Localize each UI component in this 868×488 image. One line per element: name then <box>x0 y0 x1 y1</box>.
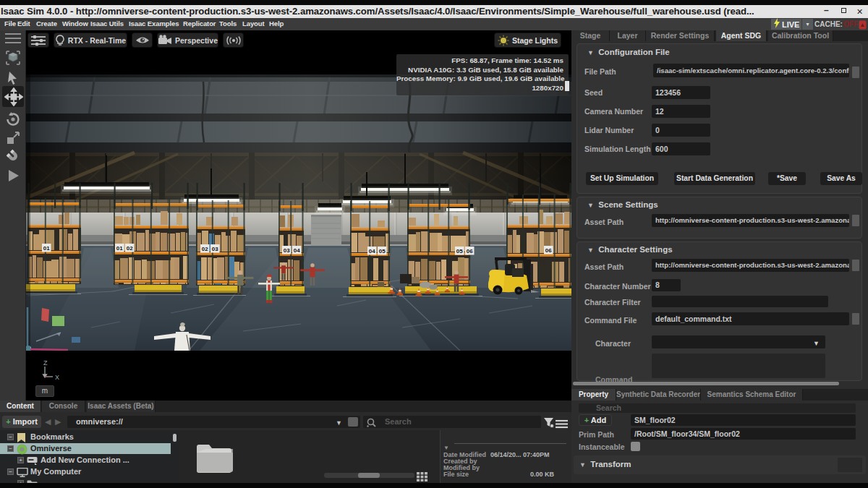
svg-text:X: X <box>55 374 59 381</box>
svg-text:01: 01 <box>116 245 123 252</box>
svg-text:02: 02 <box>202 246 208 252</box>
svg-text:04: 04 <box>369 248 375 254</box>
svg-text:03: 03 <box>284 247 290 254</box>
svg-text:01: 01 <box>43 245 50 252</box>
svg-text:06: 06 <box>467 248 473 254</box>
svg-text:Z: Z <box>43 359 48 367</box>
svg-text:05: 05 <box>456 248 463 254</box>
svg-text:04: 04 <box>294 247 300 254</box>
svg-text:06: 06 <box>545 247 552 254</box>
svg-text:03: 03 <box>212 246 218 252</box>
svg-text:05: 05 <box>379 248 386 254</box>
svg-text:02: 02 <box>127 245 133 252</box>
